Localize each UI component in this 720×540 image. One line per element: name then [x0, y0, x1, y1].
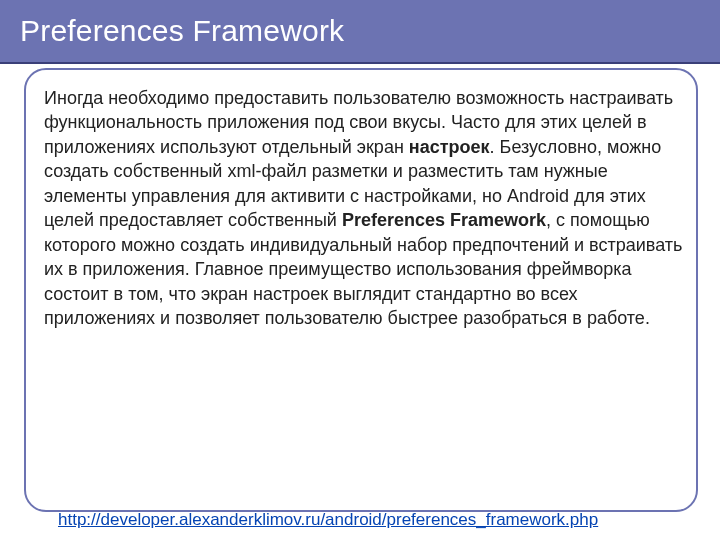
reference-link[interactable]: http://developer.alexanderklimov.ru/andr…: [58, 510, 598, 530]
slide-container: Preferences Framework Иногда необходимо …: [0, 0, 720, 540]
body-bold-settings: настроек: [409, 137, 490, 157]
slide-title: Preferences Framework: [0, 0, 720, 64]
body-text: Иногда необходимо предоставить пользоват…: [44, 86, 684, 331]
body-bold-framework: Preferences Framework: [342, 210, 546, 230]
